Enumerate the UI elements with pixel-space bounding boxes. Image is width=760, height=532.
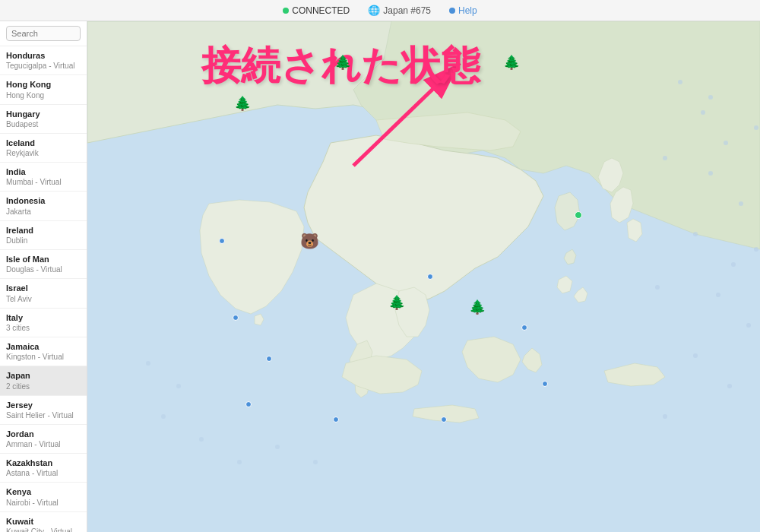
help-button[interactable]: Help xyxy=(449,5,477,16)
active-location-dot[interactable] xyxy=(575,211,582,219)
server-info[interactable]: 🌐 Japan #675 xyxy=(368,5,431,16)
country-name: Jordan xyxy=(6,429,81,439)
sidebar-item-kazakhstan[interactable]: KazakhstanAstana - Virtual xyxy=(0,454,87,483)
country-name: Jersey xyxy=(6,400,81,410)
sidebar-list: HondurasTegucigalpa - VirtualHong KongHo… xyxy=(0,46,87,532)
city-name: Reykjavik xyxy=(6,148,81,158)
city-name: Hong Kong xyxy=(6,90,81,100)
city-name: Jakarta xyxy=(6,207,81,217)
svg-point-9 xyxy=(746,323,751,328)
help-label: Help xyxy=(458,5,477,16)
sidebar[interactable]: HondurasTegucigalpa - VirtualHong KongHo… xyxy=(0,21,87,532)
svg-point-2 xyxy=(701,110,705,115)
sidebar-item-isle-of-man[interactable]: Isle of ManDouglas - Virtual xyxy=(0,250,87,279)
location-dot-7[interactable] xyxy=(427,274,433,280)
country-name: Kazakhstan xyxy=(6,458,81,468)
svg-point-14 xyxy=(663,156,667,160)
sidebar-item-india[interactable]: IndiaMumbai - Virtual xyxy=(0,163,87,192)
country-name: India xyxy=(6,166,81,177)
svg-point-16 xyxy=(655,285,660,290)
svg-point-5 xyxy=(739,201,743,206)
svg-point-8 xyxy=(716,293,720,297)
location-dot-8[interactable] xyxy=(219,238,225,244)
svg-point-6 xyxy=(693,232,698,236)
sidebar-item-jamaica[interactable]: JamaicaKingston - Virtual xyxy=(0,337,87,366)
svg-point-17 xyxy=(708,95,713,100)
city-name: Amman - Virtual xyxy=(6,439,81,449)
location-dot-3[interactable] xyxy=(245,401,252,407)
sidebar-item-iceland[interactable]: IcelandReykjavik xyxy=(0,134,87,163)
sidebar-item-kuwait[interactable]: KuwaitKuwait City - Virtual xyxy=(0,512,87,532)
location-dot-9[interactable] xyxy=(542,381,548,387)
map-area[interactable]: 接続された状態 🌲 🌲 🌲 🌲 🌲 🐻 xyxy=(87,21,760,532)
search-box[interactable] xyxy=(0,21,87,46)
country-name: Ireland xyxy=(6,225,81,236)
svg-point-12 xyxy=(663,414,667,419)
svg-point-20 xyxy=(161,414,166,419)
svg-point-21 xyxy=(199,437,204,442)
city-name: Astana - Virtual xyxy=(6,468,81,478)
svg-point-7 xyxy=(731,262,736,267)
sidebar-item-jordan[interactable]: JordanAmman - Virtual xyxy=(0,425,87,454)
svg-point-24 xyxy=(313,460,318,464)
sidebar-item-israel[interactable]: IsraelTel Aviv xyxy=(0,279,87,308)
country-name: Honduras xyxy=(6,50,81,61)
country-name: Kenya xyxy=(6,486,81,497)
location-dot-6[interactable] xyxy=(521,325,527,331)
svg-point-11 xyxy=(727,384,732,388)
globe-icon: 🌐 xyxy=(368,5,380,16)
sidebar-item-hong-kong[interactable]: Hong KongHong Kong xyxy=(0,75,87,104)
sidebar-item-jersey[interactable]: JerseySaint Helier - Virtual xyxy=(0,396,87,425)
city-name: 2 cities xyxy=(6,382,81,391)
svg-point-13 xyxy=(754,125,758,130)
sidebar-item-japan[interactable]: Japan2 cities xyxy=(0,366,87,395)
country-name: Israel xyxy=(6,283,81,293)
city-name: Budapest xyxy=(6,119,81,129)
sidebar-item-ireland[interactable]: IrelandDublin xyxy=(0,221,87,250)
country-name: Iceland xyxy=(6,138,81,148)
country-name: Indonesia xyxy=(6,195,81,206)
country-name: Italy xyxy=(6,312,81,323)
svg-point-10 xyxy=(693,353,698,358)
location-dot-5[interactable] xyxy=(441,416,447,423)
main-content: HondurasTegucigalpa - VirtualHong KongHo… xyxy=(0,21,760,532)
city-name: Mumbai - Virtual xyxy=(6,177,81,187)
help-dot xyxy=(449,8,455,14)
server-label: Japan #675 xyxy=(383,5,431,16)
sidebar-item-honduras[interactable]: HondurasTegucigalpa - Virtual xyxy=(0,46,87,75)
svg-point-23 xyxy=(275,445,280,449)
sidebar-item-hungary[interactable]: HungaryBudapest xyxy=(0,105,87,134)
city-name: Nairobi - Virtual xyxy=(6,498,81,508)
city-name: Dublin xyxy=(6,236,81,245)
topbar: CONNECTED 🌐 Japan #675 Help xyxy=(0,0,760,21)
city-name: Douglas - Virtual xyxy=(6,264,81,274)
country-name: Kuwait xyxy=(6,516,81,527)
sidebar-item-italy[interactable]: Italy3 cities xyxy=(0,309,87,337)
svg-point-18 xyxy=(146,361,150,366)
svg-point-1 xyxy=(678,80,682,84)
connected-label: CONNECTED xyxy=(292,5,350,16)
location-dot-4[interactable] xyxy=(333,416,339,423)
city-name: Tegucigalpa - Virtual xyxy=(6,61,81,71)
location-dot-2[interactable] xyxy=(266,356,272,362)
svg-point-15 xyxy=(754,247,758,252)
country-name: Japan xyxy=(6,370,81,381)
city-name: Tel Aviv xyxy=(6,294,81,304)
svg-point-19 xyxy=(176,384,181,388)
search-input[interactable] xyxy=(6,26,81,41)
connected-dot xyxy=(283,8,289,14)
svg-point-22 xyxy=(237,460,242,464)
city-name: Saint Helier - Virtual xyxy=(6,410,81,420)
svg-point-4 xyxy=(708,171,713,176)
country-name: Hungary xyxy=(6,109,81,119)
sidebar-item-kenya[interactable]: KenyaNairobi - Virtual xyxy=(0,483,87,511)
svg-point-3 xyxy=(724,141,728,145)
map-svg xyxy=(87,21,760,532)
city-name: Kingston - Virtual xyxy=(6,352,81,362)
city-name: 3 cities xyxy=(6,323,81,333)
country-name: Hong Kong xyxy=(6,79,81,90)
country-name: Jamaica xyxy=(6,341,81,352)
sidebar-item-indonesia[interactable]: IndonesiaJakarta xyxy=(0,192,87,220)
location-dot-1[interactable] xyxy=(233,315,239,321)
connected-status: CONNECTED xyxy=(283,5,350,16)
